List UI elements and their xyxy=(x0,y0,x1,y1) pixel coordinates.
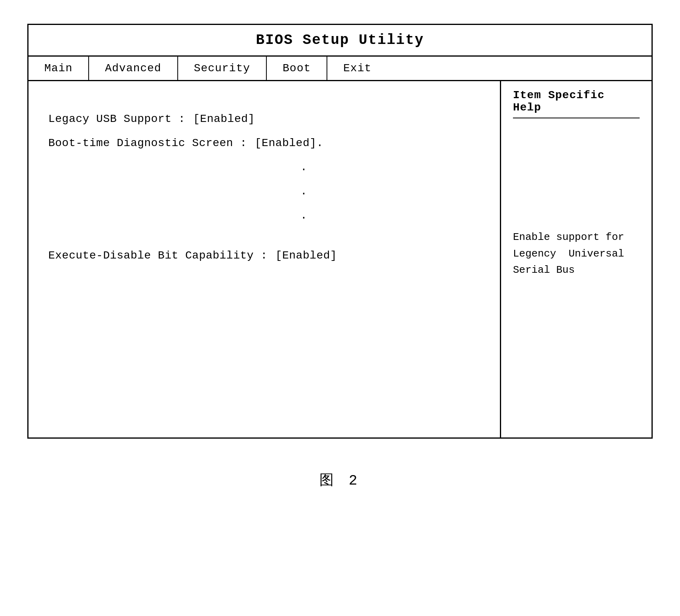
boot-diag-value: [Enabled]. xyxy=(255,137,323,149)
dot-2: . xyxy=(48,185,480,198)
dot-3: . xyxy=(48,209,480,222)
main-content: Legacy USB Support : [Enabled] Boot-time… xyxy=(28,81,501,437)
setting-row-boot-diag[interactable]: Boot-time Diagnostic Screen : [Enabled]. xyxy=(48,137,480,149)
setting-row-execute-disable[interactable]: Execute-Disable Bit Capability : [Enable… xyxy=(48,249,480,262)
setting-row-legacy-usb[interactable]: Legacy USB Support : [Enabled] xyxy=(48,113,480,125)
execute-disable-label: Execute-Disable Bit Capability : xyxy=(48,249,268,262)
legacy-usb-value: [Enabled] xyxy=(193,113,255,125)
help-panel-title: Item Specific Help xyxy=(513,89,640,118)
nav-item-exit[interactable]: Exit xyxy=(327,57,387,80)
nav-item-boot[interactable]: Boot xyxy=(267,57,327,80)
execute-disable-value: [Enabled] xyxy=(275,249,337,262)
help-panel-text: Enable support for Legency Universal Ser… xyxy=(513,229,640,279)
help-panel: Item Specific Help Enable support for Le… xyxy=(501,81,652,437)
boot-diag-label: Boot-time Diagnostic Screen : xyxy=(48,137,247,149)
nav-item-main[interactable]: Main xyxy=(28,57,89,80)
nav-item-advanced[interactable]: Advanced xyxy=(89,57,178,80)
dot-1: . xyxy=(48,161,480,173)
bios-title: BIOS Setup Utility xyxy=(28,25,652,57)
legacy-usb-label: Legacy USB Support : xyxy=(48,113,185,125)
bios-window: BIOS Setup Utility Main Advanced Securit… xyxy=(27,24,653,439)
nav-bar: Main Advanced Security Boot Exit xyxy=(28,57,652,81)
figure-label: 图 2 xyxy=(27,470,653,490)
content-area: Legacy USB Support : [Enabled] Boot-time… xyxy=(28,81,652,437)
nav-item-security[interactable]: Security xyxy=(178,57,267,80)
